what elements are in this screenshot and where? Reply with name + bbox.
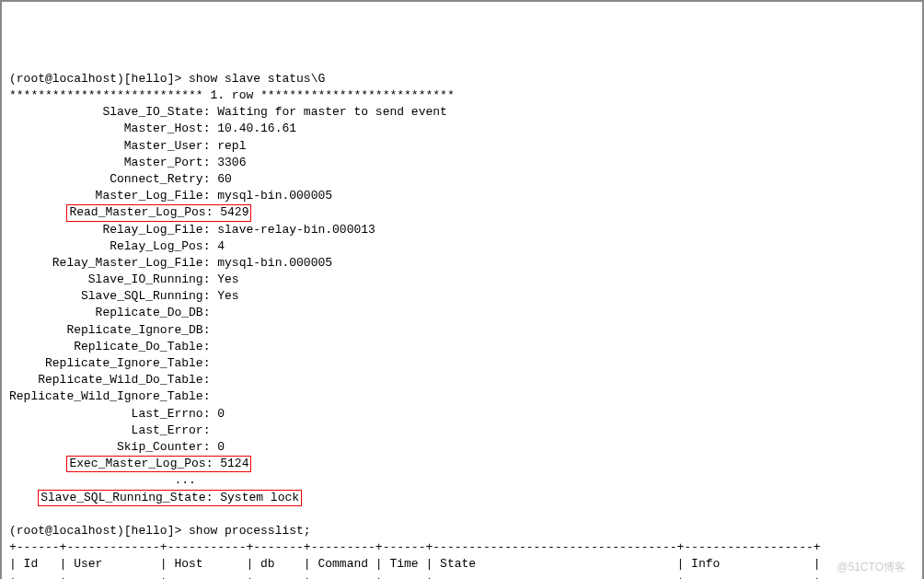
- table-header: | Id | User | Host | db | Command | Time…: [9, 557, 821, 571]
- status-line: Master_Port: 3306: [9, 156, 246, 169]
- highlight-exec_master_log_pos: Exec_Master_Log_Pos: 5124: [66, 456, 251, 472]
- status-line: Replicate_Do_DB:: [9, 306, 217, 319]
- status-line: Relay_Log_Pos: 4: [9, 239, 225, 253]
- status-line: Slave_SQL_Running_State: System lock: [9, 491, 302, 504]
- status-line: Slave_IO_State: Waiting for master to se…: [9, 105, 447, 119]
- status-line: Last_Error:: [9, 423, 217, 437]
- status-line: Connect_Retry: 60: [9, 172, 232, 186]
- status-line: Slave_IO_Running: Yes: [9, 272, 239, 286]
- status-line: Master_User: repl: [9, 139, 246, 153]
- status-line: Skip_Counter: 0: [9, 440, 225, 454]
- prompt-line: (root@localhost)[hello]> show processlis…: [9, 524, 311, 538]
- prompt-line: (root@localhost)[hello]> show slave stat…: [9, 72, 325, 86]
- ellipsis-line: ...: [9, 473, 196, 487]
- status-line: Replicate_Ignore_Table:: [9, 356, 217, 370]
- status-line: Master_Log_File: mysql-bin.000005: [9, 189, 332, 203]
- status-line: Read_Master_Log_Pos: 5429: [9, 205, 251, 219]
- status-line: Replicate_Wild_Do_Table:: [9, 373, 217, 387]
- highlight-slave-sql-running-state: Slave_SQL_Running_State: System lock: [38, 490, 302, 506]
- highlight-read_master_log_pos: Read_Master_Log_Pos: 5429: [66, 204, 251, 221]
- watermark: @51CTO博客: [837, 560, 906, 575]
- status-line: Master_Host: 10.40.16.61: [9, 122, 296, 135]
- status-line: Relay_Log_File: slave-relay-bin.000013: [9, 223, 375, 237]
- status-line: Replicate_Ignore_DB:: [9, 323, 217, 337]
- status-line: Relay_Master_Log_File: mysql-bin.000005: [9, 256, 332, 270]
- table-sep: +------+-------------+-----------+------…: [9, 574, 821, 579]
- status-line: Replicate_Do_Table:: [9, 340, 217, 353]
- status-line: Last_Errno: 0: [9, 407, 225, 421]
- table-sep: +------+-------------+-----------+------…: [9, 540, 821, 554]
- status-line: Exec_Master_Log_Pos: 5124: [9, 457, 251, 470]
- row-separator: *************************** 1. row *****…: [9, 88, 455, 102]
- terminal-output: (root@localhost)[hello]> show slave stat…: [9, 71, 915, 579]
- status-line: Replicate_Wild_Ignore_Table:: [9, 389, 217, 403]
- status-line: Slave_SQL_Running: Yes: [9, 289, 239, 303]
